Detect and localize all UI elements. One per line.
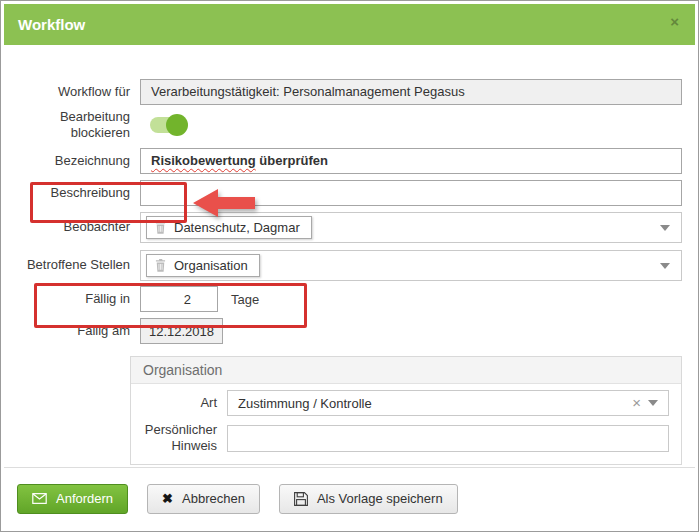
chevron-down-icon[interactable] — [648, 400, 658, 406]
betroffene-stellen-label: Betroffene Stellen — [20, 257, 130, 273]
row-workflow-for: Workflow für Verarbeitungstätigkeit: Per… — [4, 79, 695, 105]
art-dropdown[interactable]: Zustimmung / Kontrolle — [227, 390, 669, 416]
beschreibung-input[interactable] — [140, 180, 682, 206]
trash-icon[interactable] — [155, 259, 166, 272]
x-icon: ✖ — [162, 492, 173, 505]
dialog-title: Workflow — [18, 16, 85, 33]
betroffene-stellen-tag-label: Organisation — [174, 258, 248, 273]
row-art: Art Zustimmung / Kontrolle × — [131, 390, 669, 416]
chevron-down-icon[interactable] — [660, 263, 670, 269]
clear-icon[interactable]: × — [632, 394, 641, 412]
row-block-editing: Bearbeitung blockieren — [4, 105, 695, 145]
faellig-in-unit: Tage — [231, 292, 259, 307]
faellig-in-input[interactable] — [140, 286, 218, 312]
faellig-am-label: Fällig am — [20, 323, 130, 339]
art-label: Art — [131, 395, 217, 411]
row-beobachter: Beobachter Datenschutz, Dagmar — [4, 212, 695, 243]
block-editing-label: Bearbeitung blockieren — [20, 109, 130, 142]
save-as-template-button-label: Als Vorlage speichern — [317, 491, 443, 506]
cancel-button[interactable]: ✖ Abbrechen — [147, 484, 260, 514]
dialog-footer: Anfordern ✖ Abbrechen Als Vorlage speich… — [4, 467, 695, 528]
block-editing-toggle[interactable] — [150, 114, 186, 136]
beobachter-tag-label: Datenschutz, Dagmar — [174, 220, 300, 235]
request-button-label: Anfordern — [56, 491, 113, 506]
beobachter-tag[interactable]: Datenschutz, Dagmar — [146, 216, 312, 239]
organisation-group-header: Organisation — [131, 357, 681, 384]
chevron-down-icon[interactable] — [660, 225, 670, 231]
row-faellig-in: Fällig in Tage — [4, 286, 695, 312]
betroffene-stellen-multiselect[interactable]: Organisation — [140, 250, 682, 281]
cancel-button-label: Abbrechen — [182, 491, 245, 506]
save-as-template-button[interactable]: Als Vorlage speichern — [279, 484, 458, 514]
art-value: Zustimmung / Kontrolle — [238, 396, 372, 411]
request-button[interactable]: Anfordern — [17, 484, 128, 514]
hinweis-input[interactable] — [227, 425, 669, 452]
trash-icon[interactable] — [155, 221, 166, 234]
row-betroffene-stellen: Betroffene Stellen Organisation — [4, 250, 695, 281]
bezeichnung-input[interactable]: Risikobewertung überprüfen — [140, 148, 682, 174]
dialog-titlebar: Workflow × — [4, 4, 695, 45]
save-icon — [294, 492, 308, 506]
toggle-knob — [166, 114, 188, 136]
organisation-group: Organisation Art Zustimmung / Kontrolle … — [130, 356, 682, 465]
beobachter-multiselect[interactable]: Datenschutz, Dagmar — [140, 212, 682, 243]
close-icon[interactable]: × — [670, 14, 679, 29]
workflow-for-label: Workflow für — [20, 84, 130, 100]
hinweis-label: Persönlicher Hinweis — [131, 422, 217, 455]
beschreibung-label: Beschreibung — [20, 185, 130, 201]
faellig-in-label: Fällig in — [20, 291, 130, 307]
bezeichnung-value-rest: überprüfen — [256, 153, 328, 168]
dialog-content: Workflow für Verarbeitungstätigkeit: Per… — [4, 79, 695, 465]
bezeichnung-value-misspelled: Risikobewertung — [151, 153, 256, 168]
bezeichnung-label: Bezeichnung — [20, 153, 130, 169]
envelope-icon — [32, 493, 47, 504]
row-faellig-am: Fällig am 12.12.2018 — [4, 318, 695, 344]
betroffene-stellen-tag[interactable]: Organisation — [146, 254, 260, 277]
faellig-am-value: 12.12.2018 — [140, 318, 223, 344]
row-hinweis: Persönlicher Hinweis — [131, 422, 669, 455]
workflow-for-value: Verarbeitungstätigkeit: Personalmanageme… — [140, 79, 682, 105]
beobachter-label: Beobachter — [20, 219, 130, 235]
organisation-group-body: Art Zustimmung / Kontrolle × Persönliche… — [131, 384, 681, 464]
row-bezeichnung: Bezeichnung Risikobewertung überprüfen — [4, 148, 695, 174]
organisation-group-title: Organisation — [143, 362, 222, 378]
row-beschreibung: Beschreibung — [4, 180, 695, 206]
workflow-dialog: Workflow × Workflow für Verarbeitungstät… — [0, 0, 699, 532]
